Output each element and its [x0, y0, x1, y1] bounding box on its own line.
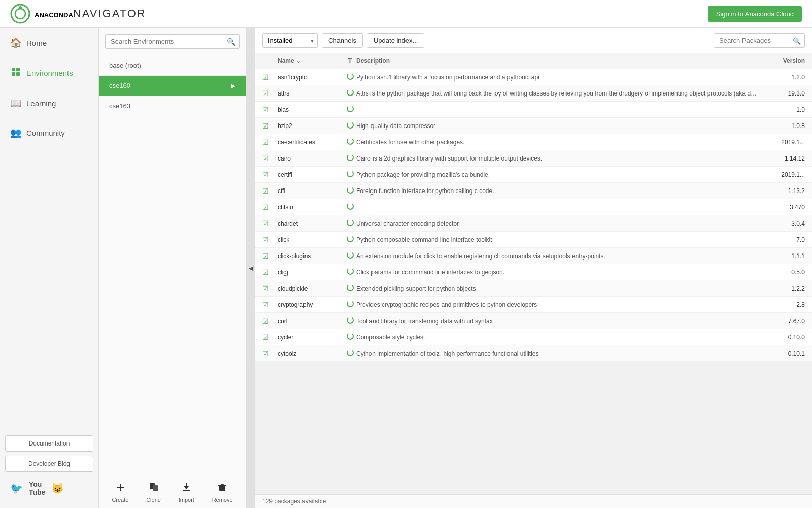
twitter-icon[interactable]: 🐦: [10, 482, 23, 494]
env-item-base[interactable]: base (root): [99, 55, 246, 76]
table-row: ☑cyclerComposable style cycles.0.10.0: [255, 329, 812, 345]
check-icon: ☑: [262, 122, 269, 130]
check-icon: ☑: [262, 284, 269, 293]
loading-spinner: [347, 121, 354, 129]
pkg-description: Certificates for use with other packages…: [356, 139, 759, 146]
pkg-description: Click params for commmand line interface…: [356, 269, 759, 276]
table-row: ☑chardetUniversal character encoding det…: [255, 215, 812, 232]
developer-blog-button[interactable]: Developer Blog: [5, 456, 93, 472]
logo-area: ANACONDANAVIGATOR: [10, 4, 146, 24]
check-icon: ☑: [262, 252, 269, 260]
packages-table-header: Name ⌄ T Description Version: [255, 53, 812, 69]
pkg-checkbox[interactable]: ☑: [262, 171, 278, 179]
col-type-header: T: [344, 57, 356, 65]
pkg-count-text: 129 packages available: [262, 498, 326, 505]
loading-spinner: [347, 186, 354, 194]
pkg-checkbox[interactable]: ☑: [262, 122, 278, 130]
create-env-button[interactable]: Create: [112, 482, 128, 503]
sidebar-item-learning[interactable]: 📖 Learning: [0, 88, 98, 118]
pkg-name: click: [278, 236, 344, 243]
pkg-name: cloudpickle: [278, 285, 344, 292]
pkg-checkbox[interactable]: ☑: [262, 333, 278, 341]
env-item-cse160[interactable]: cse160 ▶: [99, 76, 246, 96]
pkg-checkbox[interactable]: ☑: [262, 284, 278, 293]
sort-icon: ⌄: [296, 58, 300, 64]
env-item-cse163[interactable]: cse163: [99, 96, 246, 116]
col-desc-header: Description: [356, 57, 759, 65]
pkg-type-icon: [344, 333, 356, 341]
pkg-checkbox[interactable]: ☑: [262, 219, 278, 228]
sidebar-item-environments-label: Environments: [26, 69, 73, 77]
pkg-checkbox[interactable]: ☑: [262, 236, 278, 244]
github-icon[interactable]: 😺: [51, 482, 64, 494]
pkg-version: 2019.1...: [759, 171, 805, 178]
youtube-icon[interactable]: YouTube: [29, 480, 45, 496]
remove-env-button[interactable]: Remove: [212, 482, 233, 503]
pkg-version: 1.14.12: [759, 155, 805, 162]
col-name-header[interactable]: Name ⌄: [278, 57, 344, 65]
channels-button[interactable]: Channels: [322, 33, 363, 48]
table-row: ☑cloudpickleExtended pickling support fo…: [255, 280, 812, 297]
table-row: ☑curlTool and library for transferring d…: [255, 313, 812, 329]
pkg-name: blas: [278, 106, 344, 113]
table-row: ☑cffiForeign function interface for pyth…: [255, 183, 812, 199]
pkg-type-icon: [344, 219, 356, 228]
update-index-button[interactable]: Update index...: [367, 33, 424, 48]
sidebar-item-environments[interactable]: Environments: [0, 57, 98, 88]
pkg-name: chardet: [278, 220, 344, 227]
documentation-button[interactable]: Documentation: [5, 435, 93, 452]
pkg-checkbox[interactable]: ☑: [262, 301, 278, 309]
pkg-checkbox[interactable]: ☑: [262, 73, 278, 81]
env-search-wrap: 🔍: [105, 34, 240, 49]
pkg-checkbox[interactable]: ☑: [262, 187, 278, 195]
pkg-search-wrap: 🔍: [714, 33, 805, 48]
sidebar-item-home-label: Home: [26, 39, 47, 47]
pkg-search-input[interactable]: [714, 33, 805, 48]
social-links: 🐦 YouTube 😺: [5, 476, 93, 500]
pkg-name: cligj: [278, 269, 344, 276]
pkg-type-icon: [344, 186, 356, 195]
pkg-type-icon: [344, 251, 356, 260]
package-filter-select[interactable]: Installed Not Installed Updatable All: [262, 33, 318, 48]
pkg-name: cairo: [278, 155, 344, 162]
pkg-checkbox[interactable]: ☑: [262, 89, 278, 98]
pkg-version: 1.1.1: [759, 252, 805, 260]
clone-icon: [149, 482, 159, 495]
env-search-input[interactable]: [105, 34, 240, 49]
sidebar-item-home[interactable]: 🏠 Home: [0, 28, 98, 57]
table-row: ☑click-pluginsAn extension module for cl…: [255, 248, 812, 264]
collapse-panel-button[interactable]: ◀: [246, 28, 255, 508]
pkg-checkbox[interactable]: ☑: [262, 106, 278, 114]
pkg-checkbox[interactable]: ☑: [262, 203, 278, 211]
pkg-checkbox[interactable]: ☑: [262, 317, 278, 325]
pkg-checkbox[interactable]: ☑: [262, 138, 278, 146]
environments-icon: [10, 67, 21, 79]
pkg-name: cycler: [278, 334, 344, 341]
pkg-version: 7.67.0: [759, 318, 805, 325]
anaconda-logo-icon: [10, 4, 30, 24]
sign-in-button[interactable]: Sign in to Anaconda Cloud: [708, 6, 802, 22]
pkg-checkbox[interactable]: ☑: [262, 252, 278, 260]
pkg-description: Tool and library for transferring data w…: [356, 318, 759, 325]
pkg-description: Cairo is a 2d graphics library with supp…: [356, 155, 759, 162]
pkg-checkbox[interactable]: ☑: [262, 268, 278, 276]
loading-spinner: [347, 170, 354, 177]
pkg-checkbox[interactable]: ☑: [262, 350, 278, 358]
table-row: ☑cytoolzCython implementation of toolz, …: [255, 345, 812, 362]
pkg-name: bzip2: [278, 122, 344, 130]
svg-rect-12: [186, 483, 187, 487]
sidebar-item-community[interactable]: 👥 Community: [0, 118, 98, 147]
pkg-description: Python asn.1 library with a focus on per…: [356, 74, 759, 81]
check-icon: ☑: [262, 203, 269, 211]
svg-point-1: [15, 9, 25, 19]
clone-env-button[interactable]: Clone: [146, 482, 161, 503]
pkg-type-icon: [344, 73, 356, 81]
pkg-name: ca-certificates: [278, 139, 344, 146]
pkg-checkbox[interactable]: ☑: [262, 154, 278, 163]
pkg-version: 2019.1...: [759, 139, 805, 146]
check-icon: ☑: [262, 171, 269, 179]
check-icon: ☑: [262, 187, 269, 195]
svg-rect-16: [218, 485, 226, 486]
import-env-button[interactable]: Import: [179, 482, 194, 503]
env-search-bar: 🔍: [99, 28, 246, 55]
